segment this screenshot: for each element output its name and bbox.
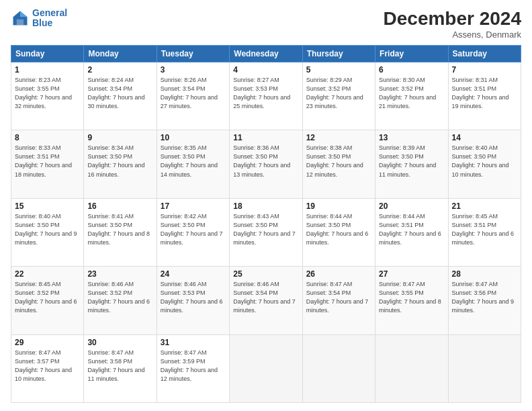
day-number: 26 — [306, 269, 371, 279]
day-info: Sunrise: 8:35 AM Sunset: 3:50 PM Dayligh… — [161, 144, 226, 179]
table-row: 23 Sunrise: 8:46 AM Sunset: 3:52 PM Dayl… — [84, 267, 157, 334]
day-number: 23 — [87, 269, 152, 279]
day-info: Sunrise: 8:42 AM Sunset: 3:50 PM Dayligh… — [161, 212, 226, 247]
day-info: Sunrise: 8:45 AM Sunset: 3:52 PM Dayligh… — [15, 280, 80, 315]
day-info: Sunrise: 8:34 AM Sunset: 3:50 PM Dayligh… — [87, 144, 152, 179]
day-number: 14 — [452, 133, 517, 142]
logo: General Blue — [11, 8, 67, 29]
day-info: Sunrise: 8:47 AM Sunset: 3:58 PM Dayligh… — [87, 349, 152, 383]
calendar-week-row: 22 Sunrise: 8:45 AM Sunset: 3:52 PM Dayl… — [11, 267, 521, 334]
day-number: 4 — [233, 65, 298, 75]
day-number: 27 — [379, 269, 444, 279]
table-row: 31 Sunrise: 8:47 AM Sunset: 3:59 PM Dayl… — [157, 334, 229, 402]
table-row: 1 Sunrise: 8:23 AM Sunset: 3:55 PM Dayli… — [11, 62, 84, 130]
table-row: 30 Sunrise: 8:47 AM Sunset: 3:58 PM Dayl… — [84, 334, 157, 402]
table-row: 28 Sunrise: 8:47 AM Sunset: 3:56 PM Dayl… — [448, 267, 521, 334]
col-sunday: Sunday — [11, 46, 84, 62]
table-row: 2 Sunrise: 8:24 AM Sunset: 3:54 PM Dayli… — [84, 62, 157, 130]
logo-text: General Blue — [32, 8, 67, 29]
table-row: 19 Sunrise: 8:44 AM Sunset: 3:50 PM Dayl… — [302, 198, 375, 266]
logo-icon — [11, 9, 30, 28]
calendar-week-row: 8 Sunrise: 8:33 AM Sunset: 3:51 PM Dayli… — [11, 130, 521, 198]
day-info: Sunrise: 8:47 AM Sunset: 3:57 PM Dayligh… — [15, 349, 80, 383]
col-tuesday: Tuesday — [157, 46, 229, 62]
table-row: 25 Sunrise: 8:46 AM Sunset: 3:54 PM Dayl… — [230, 267, 302, 334]
table-row: 24 Sunrise: 8:46 AM Sunset: 3:53 PM Dayl… — [157, 267, 229, 334]
page: General Blue December 2024 Assens, Denma… — [0, 0, 532, 411]
table-row: 29 Sunrise: 8:47 AM Sunset: 3:57 PM Dayl… — [11, 334, 84, 402]
day-info: Sunrise: 8:31 AM Sunset: 3:51 PM Dayligh… — [452, 76, 517, 111]
day-info: Sunrise: 8:47 AM Sunset: 3:55 PM Dayligh… — [379, 280, 444, 315]
table-row: 4 Sunrise: 8:27 AM Sunset: 3:53 PM Dayli… — [230, 62, 302, 130]
day-number: 30 — [87, 338, 152, 347]
day-info: Sunrise: 8:27 AM Sunset: 3:53 PM Dayligh… — [233, 76, 298, 111]
day-number: 15 — [15, 201, 80, 211]
day-number: 29 — [15, 338, 80, 347]
location-subtitle: Assens, Denmark — [384, 30, 521, 40]
day-number: 28 — [452, 269, 517, 279]
day-info: Sunrise: 8:24 AM Sunset: 3:54 PM Dayligh… — [87, 76, 152, 111]
day-number: 11 — [233, 133, 298, 142]
table-row — [230, 334, 302, 402]
table-row: 20 Sunrise: 8:44 AM Sunset: 3:51 PM Dayl… — [375, 198, 448, 266]
day-number: 21 — [452, 201, 517, 211]
table-row: 3 Sunrise: 8:26 AM Sunset: 3:54 PM Dayli… — [157, 62, 229, 130]
calendar-header-row: Sunday Monday Tuesday Wednesday Thursday… — [11, 46, 521, 62]
day-info: Sunrise: 8:26 AM Sunset: 3:54 PM Dayligh… — [161, 76, 226, 111]
table-row: 12 Sunrise: 8:38 AM Sunset: 3:50 PM Dayl… — [302, 130, 375, 198]
svg-marker-1 — [20, 11, 28, 17]
table-row — [448, 334, 521, 402]
table-row: 22 Sunrise: 8:45 AM Sunset: 3:52 PM Dayl… — [11, 267, 84, 334]
table-row — [375, 334, 448, 402]
day-info: Sunrise: 8:47 AM Sunset: 3:59 PM Dayligh… — [161, 349, 226, 383]
month-title: December 2024 — [384, 8, 521, 30]
day-info: Sunrise: 8:47 AM Sunset: 3:56 PM Dayligh… — [452, 280, 517, 315]
col-saturday: Saturday — [448, 46, 521, 62]
table-row: 6 Sunrise: 8:30 AM Sunset: 3:52 PM Dayli… — [375, 62, 448, 130]
day-number: 8 — [15, 133, 80, 142]
day-number: 18 — [233, 201, 298, 211]
calendar-table: Sunday Monday Tuesday Wednesday Thursday… — [11, 45, 521, 403]
day-info: Sunrise: 8:33 AM Sunset: 3:51 PM Dayligh… — [15, 144, 80, 179]
day-info: Sunrise: 8:44 AM Sunset: 3:51 PM Dayligh… — [379, 212, 444, 247]
day-number: 17 — [161, 201, 226, 211]
day-number: 6 — [379, 65, 444, 75]
day-info: Sunrise: 8:38 AM Sunset: 3:50 PM Dayligh… — [306, 144, 371, 179]
table-row: 10 Sunrise: 8:35 AM Sunset: 3:50 PM Dayl… — [157, 130, 229, 198]
day-number: 24 — [161, 269, 226, 279]
col-thursday: Thursday — [302, 46, 375, 62]
day-info: Sunrise: 8:40 AM Sunset: 3:50 PM Dayligh… — [452, 144, 517, 179]
logo-line2: Blue — [32, 17, 52, 28]
day-number: 9 — [87, 133, 152, 142]
table-row: 17 Sunrise: 8:42 AM Sunset: 3:50 PM Dayl… — [157, 198, 229, 266]
day-number: 1 — [15, 65, 80, 75]
col-monday: Monday — [84, 46, 157, 62]
day-info: Sunrise: 8:44 AM Sunset: 3:50 PM Dayligh… — [306, 212, 371, 247]
day-number: 2 — [87, 65, 152, 75]
day-info: Sunrise: 8:39 AM Sunset: 3:50 PM Dayligh… — [379, 144, 444, 179]
day-info: Sunrise: 8:43 AM Sunset: 3:50 PM Dayligh… — [233, 212, 298, 247]
table-row: 13 Sunrise: 8:39 AM Sunset: 3:50 PM Dayl… — [375, 130, 448, 198]
table-row: 15 Sunrise: 8:40 AM Sunset: 3:50 PM Dayl… — [11, 198, 84, 266]
day-info: Sunrise: 8:47 AM Sunset: 3:54 PM Dayligh… — [306, 280, 371, 315]
svg-rect-2 — [17, 19, 24, 26]
day-number: 19 — [306, 201, 371, 211]
logo-line1: General — [32, 7, 67, 18]
table-row: 18 Sunrise: 8:43 AM Sunset: 3:50 PM Dayl… — [230, 198, 302, 266]
header: General Blue December 2024 Assens, Denma… — [11, 8, 521, 40]
table-row: 16 Sunrise: 8:41 AM Sunset: 3:50 PM Dayl… — [84, 198, 157, 266]
day-number: 22 — [15, 269, 80, 279]
table-row: 5 Sunrise: 8:29 AM Sunset: 3:52 PM Dayli… — [302, 62, 375, 130]
day-info: Sunrise: 8:46 AM Sunset: 3:53 PM Dayligh… — [161, 280, 226, 315]
table-row: 8 Sunrise: 8:33 AM Sunset: 3:51 PM Dayli… — [11, 130, 84, 198]
table-row: 7 Sunrise: 8:31 AM Sunset: 3:51 PM Dayli… — [448, 62, 521, 130]
day-info: Sunrise: 8:46 AM Sunset: 3:54 PM Dayligh… — [233, 280, 298, 315]
table-row: 11 Sunrise: 8:36 AM Sunset: 3:50 PM Dayl… — [230, 130, 302, 198]
calendar-week-row: 15 Sunrise: 8:40 AM Sunset: 3:50 PM Dayl… — [11, 198, 521, 266]
table-row: 26 Sunrise: 8:47 AM Sunset: 3:54 PM Dayl… — [302, 267, 375, 334]
table-row: 9 Sunrise: 8:34 AM Sunset: 3:50 PM Dayli… — [84, 130, 157, 198]
table-row: 27 Sunrise: 8:47 AM Sunset: 3:55 PM Dayl… — [375, 267, 448, 334]
day-number: 5 — [306, 65, 371, 75]
day-number: 25 — [233, 269, 298, 279]
table-row: 14 Sunrise: 8:40 AM Sunset: 3:50 PM Dayl… — [448, 130, 521, 198]
